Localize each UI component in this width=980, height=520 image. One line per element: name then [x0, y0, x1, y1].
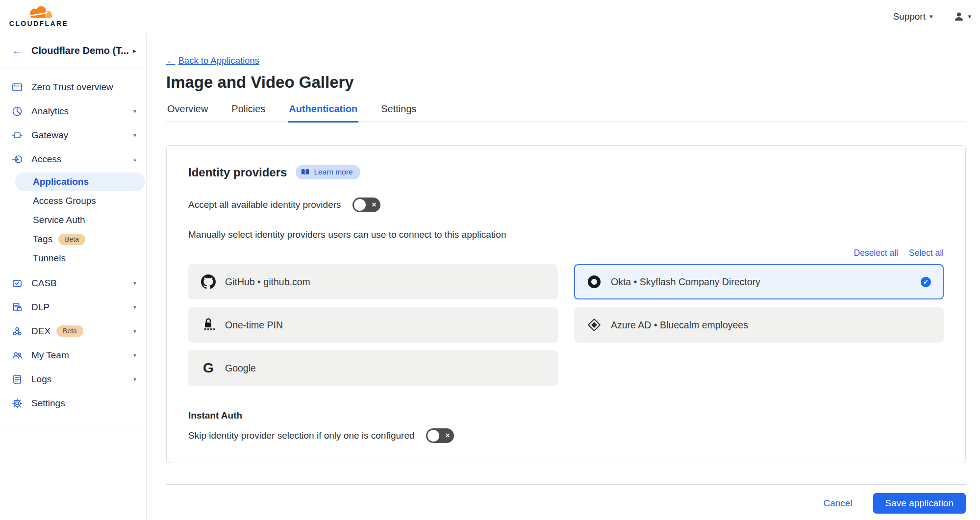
sidebar-subitem-label: Applications: [33, 176, 89, 187]
sidebar-item-applications[interactable]: Applications: [15, 173, 145, 191]
sidebar-item-dlp[interactable]: DLP ▾: [0, 295, 146, 319]
chevron-down-icon[interactable]: ▾: [133, 108, 136, 115]
sidebar-subitem-label: Service Auth: [33, 215, 85, 225]
sidebar-item-label: Analytics: [31, 106, 69, 117]
sidebar-item-my-team[interactable]: My Team ▾: [0, 343, 146, 367]
provider-name: One-time PIN: [225, 320, 283, 331]
sidebar-item-label: Logs: [31, 374, 51, 385]
okta-icon: [587, 274, 602, 290]
pie-chart-icon: [11, 105, 23, 117]
support-label: Support: [893, 11, 926, 22]
one-time-pin-lock-icon: ****: [201, 317, 216, 333]
sidebar-account-header[interactable]: ← Cloudflare Demo (T... ▸: [0, 33, 146, 68]
sidebar-item-access-groups[interactable]: Access Groups: [15, 192, 145, 210]
chevron-down-icon: ▾: [930, 13, 933, 20]
provider-name: Google: [225, 363, 256, 374]
sidebar-item-label: CASB: [31, 278, 57, 289]
chevron-down-icon[interactable]: ▾: [133, 280, 136, 287]
save-application-button[interactable]: Save application: [873, 493, 966, 514]
document-lock-icon: [11, 301, 23, 313]
chevron-down-icon[interactable]: ▾: [133, 132, 136, 139]
skip-selection-label: Skip identity provider selection if only…: [188, 430, 415, 441]
sidebar-item-gateway[interactable]: Gateway ▾: [0, 123, 146, 147]
sidebar-item-zero-trust-overview[interactable]: Zero Trust overview: [0, 75, 146, 99]
provider-tile-okta[interactable]: Okta • Skyflash Company Directory ✓: [574, 264, 944, 299]
sidebar-item-casb[interactable]: CASB ▾: [0, 271, 146, 295]
sidebar-item-tags[interactable]: Tags Beta: [15, 230, 145, 248]
instant-auth-heading: Instant Auth: [188, 410, 944, 421]
chevron-right-icon[interactable]: ▸: [133, 47, 136, 54]
azure-ad-icon: [587, 317, 602, 333]
back-arrow-icon[interactable]: ←: [12, 45, 23, 56]
svg-text:****: ****: [204, 326, 215, 333]
deselect-all-link[interactable]: Deselect all: [854, 248, 898, 258]
cloudflare-wordmark: CLOUDFLARE: [9, 20, 68, 27]
provider-tile-github[interactable]: GitHub • github.com: [188, 264, 558, 299]
card-title: Identity providers: [188, 166, 287, 179]
toggle-off-x-icon: ×: [372, 198, 376, 212]
cancel-button[interactable]: Cancel: [823, 498, 852, 509]
google-icon: G: [201, 360, 216, 376]
learn-more-label: Learn more: [314, 168, 352, 176]
chevron-down-icon[interactable]: ▾: [133, 352, 136, 359]
cloudflare-logo: CLOUDFLARE: [7, 6, 71, 27]
sidebar-nav: Zero Trust overview Analytics ▾ Gateway …: [0, 68, 146, 428]
sidebar-item-settings[interactable]: Settings: [0, 391, 146, 415]
sidebar-item-tunnels[interactable]: Tunnels: [15, 249, 145, 268]
chevron-down-icon[interactable]: ▾: [133, 304, 136, 311]
provider-name: Okta • Skyflash Company Directory: [611, 276, 760, 288]
provider-tile-one-time-pin[interactable]: **** One-time PIN: [188, 307, 558, 343]
book-icon: [301, 169, 309, 175]
chevron-down-icon[interactable]: ▾: [133, 376, 136, 383]
beta-badge: Beta: [58, 234, 85, 245]
instant-auth-toggle[interactable]: ×: [426, 428, 454, 443]
accept-all-toggle[interactable]: ×: [352, 198, 380, 212]
toggle-off-x-icon: ×: [445, 428, 450, 443]
page-title: Image and Video Gallery: [166, 73, 966, 92]
tab-authentication[interactable]: Authentication: [288, 103, 358, 123]
select-all-link[interactable]: Select all: [909, 248, 944, 258]
casb-box-check-icon: [11, 277, 23, 289]
sidebar-item-label: Settings: [31, 398, 65, 409]
support-menu[interactable]: Support ▾: [893, 11, 932, 22]
chevron-down-icon: ▾: [968, 13, 971, 20]
sidebar-item-label: Gateway: [31, 130, 68, 141]
gear-icon: [11, 397, 23, 409]
cloudflare-cloud-icon: [24, 6, 54, 19]
sidebar-item-label: My Team: [31, 350, 69, 361]
tab-policies[interactable]: Policies: [230, 103, 266, 122]
github-icon: [201, 274, 216, 290]
sidebar-item-label: DLP: [31, 302, 50, 313]
user-menu[interactable]: ▾: [953, 11, 971, 23]
sidebar-item-service-auth[interactable]: Service Auth: [15, 211, 145, 229]
provider-name: GitHub • github.com: [225, 276, 310, 288]
overview-window-icon: [11, 81, 23, 93]
sidebar-subitem-label: Access Groups: [33, 196, 96, 206]
sidebar-item-analytics[interactable]: Analytics ▾: [0, 99, 146, 123]
back-to-applications-link[interactable]: ← Back to Applications: [166, 55, 259, 66]
chevron-up-icon[interactable]: ▴: [133, 156, 136, 163]
footer-actions: Cancel Save application: [166, 485, 966, 520]
back-link-label: Back to Applications: [178, 55, 260, 66]
sidebar-subitem-label: Tags: [33, 234, 52, 245]
sidebar-item-access[interactable]: Access ▴: [0, 147, 146, 171]
provider-tile-google[interactable]: G Google: [188, 350, 558, 386]
main-content: ← Back to Applications Image and Video G…: [147, 33, 980, 520]
sidebar-item-dex[interactable]: DEX Beta ▾: [0, 319, 146, 343]
chevron-down-icon[interactable]: ▾: [133, 328, 136, 335]
gateway-icon: [11, 129, 23, 141]
tab-overview[interactable]: Overview: [166, 103, 209, 122]
provider-tile-azure-ad[interactable]: Azure AD • Bluecalm employees: [574, 307, 944, 343]
learn-more-badge[interactable]: Learn more: [296, 165, 360, 179]
account-name: Cloudflare Demo (T...: [31, 45, 129, 56]
manual-select-text: Manually select identity providers users…: [188, 229, 944, 240]
sidebar-item-label: Access: [31, 154, 61, 165]
accept-all-label: Accept all available identity providers: [188, 199, 341, 210]
team-people-icon: [11, 349, 23, 361]
user-icon: [953, 11, 965, 23]
sidebar-item-logs[interactable]: Logs ▾: [0, 367, 146, 391]
sidebar-subitem-label: Tunnels: [33, 253, 66, 264]
sidebar: ← Cloudflare Demo (T... ▸ Zero Trust ove…: [0, 33, 147, 520]
tab-bar: Overview Policies Authentication Setting…: [166, 103, 966, 122]
tab-settings[interactable]: Settings: [380, 103, 417, 122]
